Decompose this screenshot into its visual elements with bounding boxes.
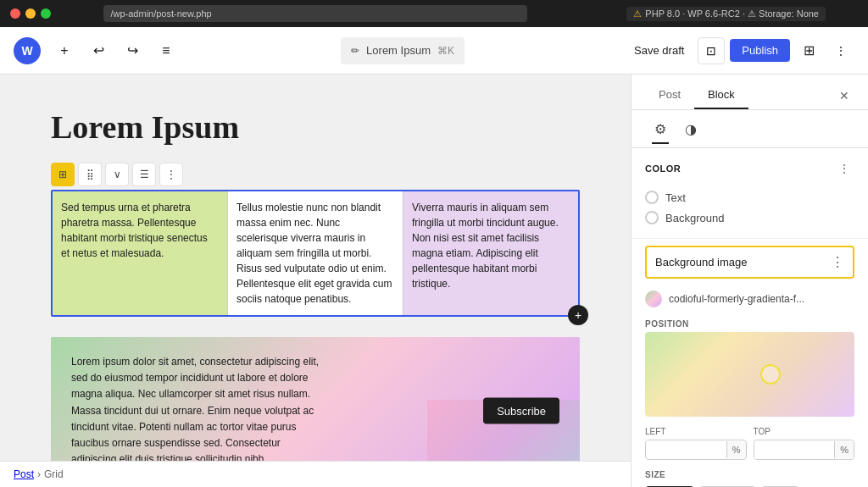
color-text-option[interactable]: Text [645, 187, 854, 208]
grid-col-1-text: Sed tempus urna et pharetra pharetra mas… [61, 200, 219, 261]
position-inputs: LEFT % TOP % [632, 423, 868, 467]
block-align-btn[interactable]: ☰ [132, 163, 156, 186]
position-map[interactable] [645, 332, 854, 417]
sidebar-content: Color ⋮ Text Background Background image [632, 148, 868, 487]
color-text-radio [645, 191, 659, 204]
browser-bar: /wp-admin/post-new.php ⚠ PHP 8.0 · WP 6.… [0, 0, 868, 27]
cover-paragraph: Lorem ipsum dolor sit amet, consectetur … [71, 354, 327, 468]
left-input-row: % [645, 440, 747, 460]
position-dot [760, 364, 781, 385]
block-drag-btn[interactable]: ⣿ [78, 163, 102, 186]
top-input[interactable] [754, 440, 835, 459]
style-icon: ◑ [685, 121, 697, 137]
bg-image-more-btn[interactable]: ⋮ [831, 254, 844, 270]
breadcrumb-grid: Grid [44, 468, 64, 480]
browser-menu-btn[interactable]: ≡ [831, 0, 858, 27]
toolbar-center: ✏ Lorem Ipsum ⌘K [186, 37, 619, 64]
gear-icon: ⚙ [654, 121, 666, 137]
wp-logo[interactable]: W [14, 37, 41, 64]
address-text: /wp-admin/post-new.php [110, 8, 211, 19]
close-traffic-light[interactable] [10, 8, 20, 19]
php-badge: ⚠ PHP 8.0 · WP 6.6-RC2 · ⚠ Storage: None [626, 7, 826, 21]
post-title-text: Lorem Ipsum [366, 44, 431, 57]
sidebar: Post Block ✕ ⚙ ◑ Color ⋮ [631, 75, 868, 487]
grid-block[interactable]: Sed tempus urna et pharetra pharetra mas… [51, 190, 580, 317]
color-label: Color [645, 163, 681, 174]
main-toolbar: W + ↩ ↪ ≡ ✏ Lorem Ipsum ⌘K Save draft ⊡ [0, 27, 868, 75]
add-block-btn[interactable]: + [51, 37, 78, 64]
left-input-group: LEFT % [645, 427, 747, 460]
browser-menu-icon: ≡ [840, 6, 848, 21]
add-column-btn[interactable]: + [568, 305, 588, 325]
block-toolbar: ⊞ ⣿ ∨ ☰ ⋮ [51, 163, 580, 186]
tab-block[interactable]: Block [694, 81, 748, 109]
grid-col-2-text: Tellus molestie nunc non blandit massa e… [236, 200, 394, 307]
top-unit: % [834, 441, 854, 458]
main-area: Lorem Ipsum ⊞ ⣿ ∨ ☰ ⋮ [0, 75, 868, 487]
address-bar[interactable]: /wp-admin/post-new.php [103, 5, 527, 22]
browser-actions: ⚠ PHP 8.0 · WP 6.6-RC2 · ⚠ Storage: None… [626, 0, 858, 27]
sidebar-icons-row: ⚙ ◑ [632, 110, 868, 148]
color-section: Color ⋮ Text Background [632, 148, 868, 239]
page-title[interactable]: Lorem Ipsum [51, 108, 580, 146]
warn-icon: ⚠ [633, 8, 642, 19]
more-icon: ⋮ [835, 44, 847, 58]
color-header: Color ⋮ [645, 158, 854, 179]
undo-btn[interactable]: ↩ [85, 37, 112, 64]
drag-icon: ⣿ [86, 169, 94, 180]
bg-image-thumbnail [645, 291, 662, 307]
breadcrumb-post[interactable]: Post [14, 468, 34, 480]
list-view-icon: ≡ [162, 43, 170, 58]
align-icon: ☰ [140, 169, 149, 180]
editor-canvas: Lorem Ipsum ⊞ ⣿ ∨ ☰ ⋮ [0, 75, 631, 487]
color-more-btn[interactable]: ⋮ [834, 158, 854, 179]
block-more-icon: ⋮ [166, 169, 176, 180]
grid-col-2: Tellus molestie nunc non blandit massa e… [228, 191, 403, 315]
save-draft-btn[interactable]: Save draft [626, 39, 693, 62]
color-bg-label: Background [665, 212, 724, 224]
grid-col-1: Sed tempus urna et pharetra pharetra mas… [53, 191, 228, 315]
maximize-traffic-light[interactable] [41, 8, 51, 19]
publish-btn[interactable]: Publish [730, 39, 790, 62]
tab-post[interactable]: Post [645, 81, 694, 109]
redo-btn[interactable]: ↪ [119, 37, 146, 64]
color-bg-radio [645, 211, 659, 224]
editor-wrapper: W + ↩ ↪ ≡ ✏ Lorem Ipsum ⌘K Save draft ⊡ [0, 27, 868, 487]
position-label: POSITION [632, 313, 868, 332]
grid-icon: ⊞ [58, 169, 67, 180]
view-btn[interactable]: ⊡ [698, 37, 725, 64]
post-title-bar[interactable]: ✏ Lorem Ipsum ⌘K [341, 37, 465, 64]
left-input[interactable] [646, 440, 726, 459]
more-options-btn[interactable]: ⋮ [827, 37, 854, 64]
view-icon: ⊡ [706, 44, 716, 58]
style-icon-btn[interactable]: ◑ [676, 113, 706, 144]
grid-col-3-text: Viverra mauris in aliquam sem fringilla … [412, 200, 570, 291]
block-expand-btn[interactable]: ∨ [105, 163, 129, 186]
add-icon: + [60, 43, 68, 58]
traffic-lights [10, 8, 51, 19]
top-input-group: TOP % [754, 427, 855, 460]
left-unit: % [726, 441, 746, 458]
settings-icon: ⊞ [804, 42, 815, 58]
subscribe-btn[interactable]: Subscribe [483, 398, 559, 424]
add-column-icon: + [575, 308, 581, 322]
background-image-panel[interactable]: Background image ⋮ [645, 246, 854, 279]
sidebar-toggle-btn[interactable]: ⊞ [795, 37, 822, 64]
sidebar-close-btn[interactable]: ✕ [834, 86, 854, 106]
undo-icon: ↩ [93, 42, 104, 58]
shortcut-text: ⌘K [437, 45, 454, 57]
bg-image-name: codioful-formerly-gradienta-f... [669, 293, 804, 305]
settings-icon-btn[interactable]: ⚙ [645, 113, 676, 144]
minimize-traffic-light[interactable] [25, 8, 36, 19]
php-badge-text: PHP 8.0 · WP 6.6-RC2 · ⚠ Storage: None [645, 8, 819, 19]
block-type-btn[interactable]: ⊞ [51, 163, 75, 186]
list-view-btn[interactable]: ≡ [153, 37, 180, 64]
toolbar-actions: Save draft ⊡ Publish ⊞ ⋮ [626, 37, 854, 64]
sidebar-tabs: Post Block ✕ [632, 75, 868, 110]
block-more-btn[interactable]: ⋮ [159, 163, 183, 186]
color-text-label: Text [665, 191, 686, 204]
left-label: LEFT [645, 427, 747, 436]
size-label: SIZE [632, 467, 868, 483]
color-background-option[interactable]: Background [645, 208, 854, 228]
redo-icon: ↪ [127, 42, 138, 58]
